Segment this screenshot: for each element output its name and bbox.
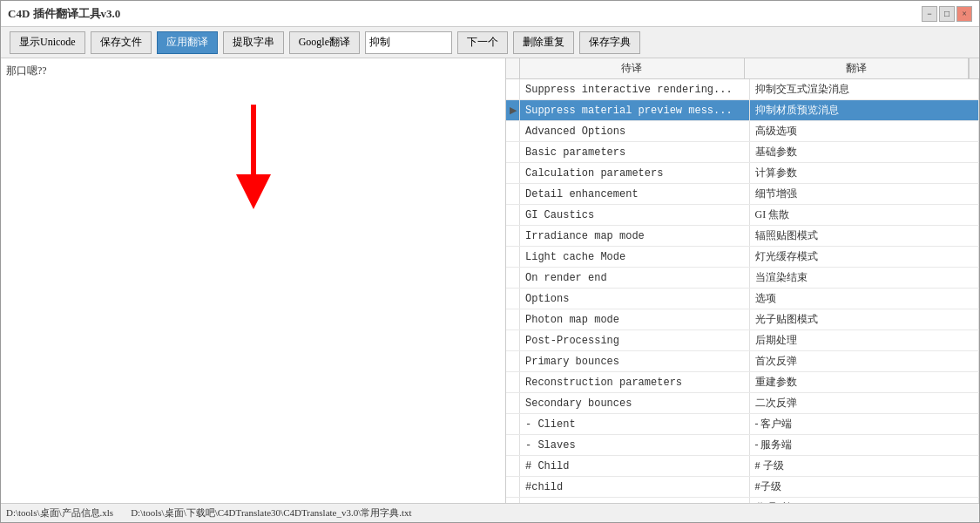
table-row[interactable]: Options选项: [506, 289, 979, 309]
arrow-area: [6, 105, 500, 209]
row-indicator: ▶: [506, 100, 520, 120]
table-row[interactable]: - Slaves- 服务端: [506, 435, 979, 456]
translation-cell: 基础参数: [750, 142, 980, 162]
source-cell: Primary bounces: [520, 351, 750, 371]
translation-cell: 选项: [750, 289, 980, 309]
status-left-path: D:\tools\桌面\产品信息.xls: [6, 506, 113, 520]
source-cell: - Slaves: [520, 435, 750, 455]
source-cell: Light cache Mode: [520, 247, 750, 267]
table-row[interactable]: Secondary bounces二次反弹: [506, 393, 979, 414]
source-cell: - Client: [520, 414, 750, 434]
source-column-header: 待译: [520, 58, 745, 78]
row-indicator: [506, 435, 520, 455]
svg-marker-1: [236, 174, 271, 209]
row-indicator: [506, 456, 520, 476]
translation-cell: 首次反弹: [750, 351, 980, 371]
row-indicator: [506, 142, 520, 162]
red-arrow-svg: [236, 105, 271, 209]
table-row[interactable]: ▶Suppress material preview mess...抑制材质预览…: [506, 100, 979, 121]
translation-cell: 后期处理: [750, 330, 980, 350]
translation-cell: 抑制交互式渲染消息: [750, 79, 980, 99]
source-cell: Irradiance map mode: [520, 226, 750, 246]
row-indicator: [506, 414, 520, 434]
translation-cell: 重建参数: [750, 372, 980, 392]
translation-cell: 细节增强: [750, 184, 980, 204]
translation-cell: 抑制材质预览消息: [750, 100, 980, 120]
table-body[interactable]: Suppress interactive rendering...抑制交互式渲染…: [506, 79, 979, 503]
unicode-button[interactable]: 显示Unicode: [10, 31, 85, 54]
source-cell: Advanced Options: [520, 121, 750, 141]
table-row[interactable]: #child#子级: [506, 477, 979, 498]
status-bar: D:\tools\桌面\产品信息.xls D:\tools\桌面\下载吧\C4D…: [1, 503, 979, 522]
table-row[interactable]: GI CausticsGI 焦散: [506, 205, 979, 226]
source-cell: Post-Processing: [520, 330, 750, 350]
extract-button[interactable]: 提取字串: [223, 31, 284, 54]
translation-cell: 二次反弹: [750, 393, 980, 413]
row-indicator: [506, 205, 520, 225]
table-row[interactable]: On render end当渲染结束: [506, 268, 979, 289]
table-row[interactable]: Advanced Options高级选项: [506, 121, 979, 142]
status-right-path: D:\tools\桌面\下载吧\C4DTranslate30\C4DTransl…: [131, 506, 411, 520]
source-cell: #child: [520, 477, 750, 497]
table-row[interactable]: # Child# 子级: [506, 456, 979, 477]
table-row[interactable]: Primary bounces首次反弹: [506, 351, 979, 372]
source-cell: Secondary bounces: [520, 393, 750, 413]
table-row[interactable]: Photon map mode光子贴图模式: [506, 309, 979, 330]
translation-cell: # 子级: [750, 456, 980, 476]
translation-cell: 当渲染结束: [750, 268, 980, 288]
row-indicator: [506, 393, 520, 413]
app-title: C4D 插件翻译工具v3.0: [8, 6, 120, 22]
toolbar: 显示Unicode 保存文件 应用翻译 提取字串 Google翻译 下一个 删除…: [1, 27, 979, 58]
source-cell: Suppress material preview mess...: [520, 100, 750, 120]
table-row[interactable]: Reconstruction parameters重建参数: [506, 372, 979, 393]
table-row[interactable]: Calculation parameters计算参数: [506, 163, 979, 184]
row-indicator: [506, 163, 520, 183]
table-row[interactable]: Post-Processing后期处理: [506, 330, 979, 351]
table-row[interactable]: Detail enhancement细节增强: [506, 184, 979, 205]
apply-translate-button[interactable]: 应用翻译: [157, 31, 218, 54]
row-indicator: [506, 121, 520, 141]
translation-cell: 高级选项: [750, 121, 980, 141]
left-panel: 那口嗯??: [1, 58, 506, 503]
window-controls: － □ ×: [922, 6, 972, 22]
translation-cell: - 客户端: [750, 414, 980, 434]
translation-column-header: 翻译: [745, 58, 970, 78]
main-content: 那口嗯?? 待译 翻译 Suppress interactive ren: [1, 58, 979, 503]
down-arrow-icon: [236, 105, 271, 209]
right-panel: 待译 翻译 Suppress interactive rendering...抑…: [506, 58, 979, 503]
source-cell: Options: [520, 289, 750, 309]
row-indicator: [506, 79, 520, 99]
translation-cell: GI 焦散: [750, 205, 980, 225]
row-indicator: [506, 268, 520, 288]
translation-cell: - 服务端: [750, 435, 980, 455]
row-indicator: [506, 184, 520, 204]
google-translate-button[interactable]: Google翻译: [289, 31, 360, 54]
table-header: 待译 翻译: [506, 58, 979, 79]
maximize-button[interactable]: □: [939, 6, 955, 22]
save-dict-button[interactable]: 保存字典: [579, 31, 640, 54]
close-button[interactable]: ×: [956, 6, 972, 22]
minimize-button[interactable]: －: [922, 6, 937, 22]
table-row[interactable]: - Client- 客户端: [506, 414, 979, 435]
table-row[interactable]: Basic parameters基础参数: [506, 142, 979, 163]
search-input[interactable]: [365, 31, 452, 54]
row-indicator: [506, 477, 520, 497]
title-bar: C4D 插件翻译工具v3.0 － □ ×: [1, 1, 979, 27]
table-row[interactable]: Light cache Mode灯光缓存模式: [506, 247, 979, 268]
row-indicator: [506, 330, 520, 350]
source-cell: # Child: [520, 456, 750, 476]
next-button[interactable]: 下一个: [457, 31, 508, 54]
translation-cell: #子级: [750, 477, 980, 497]
row-indicator: [506, 372, 520, 392]
translation-cell: 计算参数: [750, 163, 980, 183]
remove-dup-button[interactable]: 删除重复: [513, 31, 574, 54]
translation-cell: 灯光缓存模式: [750, 247, 980, 267]
source-cell: Basic parameters: [520, 142, 750, 162]
table-row[interactable]: Irradiance map mode辐照贴图模式: [506, 226, 979, 247]
source-cell: GI Caustics: [520, 205, 750, 225]
translation-cell: 辐照贴图模式: [750, 226, 980, 246]
table-row[interactable]: Suppress interactive rendering...抑制交互式渲染…: [506, 79, 979, 100]
row-indicator: [506, 309, 520, 329]
source-cell: Suppress interactive rendering...: [520, 79, 750, 99]
save-file-button[interactable]: 保存文件: [91, 31, 152, 54]
